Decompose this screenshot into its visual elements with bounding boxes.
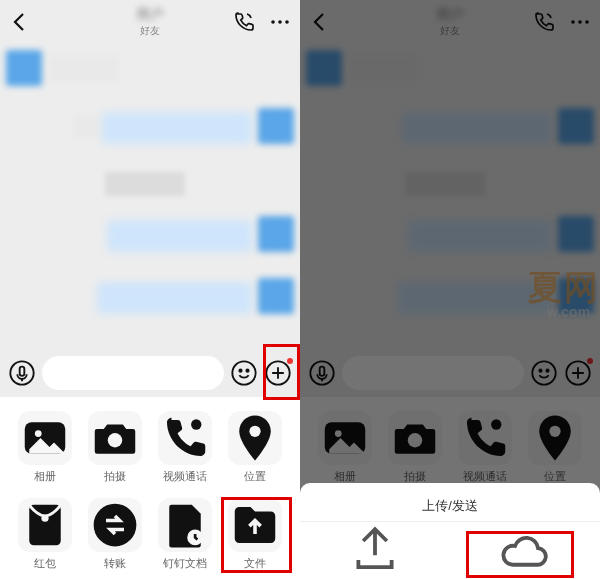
panel-item-doc[interactable]: 钉钉文档 bbox=[150, 498, 220, 571]
panel-item-location[interactable]: 位置 bbox=[220, 411, 290, 484]
panel-item-video-call[interactable]: 视频通话 bbox=[150, 411, 220, 484]
right-screenshot: 用户 好友 相册 bbox=[300, 0, 600, 579]
top-bar: 用户 好友 bbox=[0, 0, 300, 44]
panel-item-redpacket[interactable]: 红包 bbox=[10, 498, 80, 571]
input-bar bbox=[0, 349, 300, 397]
svg-point-12 bbox=[191, 419, 201, 429]
sheet-action-cloud[interactable] bbox=[450, 522, 600, 579]
transfer-icon bbox=[88, 498, 142, 552]
svg-point-13 bbox=[249, 426, 260, 437]
location-icon bbox=[228, 411, 282, 465]
panel-item-file[interactable]: 文件 bbox=[220, 498, 290, 571]
image-icon bbox=[18, 411, 72, 465]
svg-rect-4 bbox=[20, 367, 25, 376]
left-screenshot: 用户 好友 相 bbox=[0, 0, 300, 579]
sheet-title: 上传/发送 bbox=[300, 491, 600, 521]
attachment-panel: 相册 拍摄 视频通话 位置 红包 转账 钉钉文档 文件 bbox=[0, 397, 300, 579]
redpacket-icon bbox=[18, 498, 72, 552]
chat-body bbox=[0, 44, 300, 349]
svg-point-2 bbox=[285, 20, 289, 24]
svg-point-0 bbox=[271, 20, 275, 24]
svg-point-15 bbox=[41, 515, 48, 522]
panel-item-shoot[interactable]: 拍摄 bbox=[80, 411, 150, 484]
video-call-icon bbox=[158, 411, 212, 465]
svg-point-11 bbox=[108, 433, 122, 447]
plus-icon[interactable] bbox=[264, 359, 292, 387]
svg-point-16 bbox=[94, 504, 137, 547]
panel-item-transfer[interactable]: 转账 bbox=[80, 498, 150, 571]
upload-send-sheet: 上传/发送 bbox=[300, 483, 600, 579]
back-icon[interactable] bbox=[8, 10, 32, 34]
sheet-action-upload[interactable] bbox=[300, 522, 450, 579]
voice-icon[interactable] bbox=[8, 359, 36, 387]
svg-point-10 bbox=[35, 430, 42, 437]
camera-icon bbox=[88, 411, 142, 465]
emoji-icon[interactable] bbox=[230, 359, 258, 387]
doc-icon bbox=[158, 498, 212, 552]
more-icon[interactable] bbox=[268, 10, 292, 34]
svg-point-5 bbox=[232, 361, 255, 384]
svg-point-6 bbox=[239, 370, 241, 372]
chat-title: 用户 bbox=[136, 6, 164, 24]
message-input[interactable] bbox=[42, 356, 224, 390]
file-icon bbox=[228, 498, 282, 552]
svg-point-1 bbox=[278, 20, 282, 24]
phone-icon[interactable] bbox=[232, 10, 256, 34]
chat-subtitle: 好友 bbox=[136, 24, 164, 38]
panel-item-album[interactable]: 相册 bbox=[10, 411, 80, 484]
svg-point-7 bbox=[246, 370, 248, 372]
